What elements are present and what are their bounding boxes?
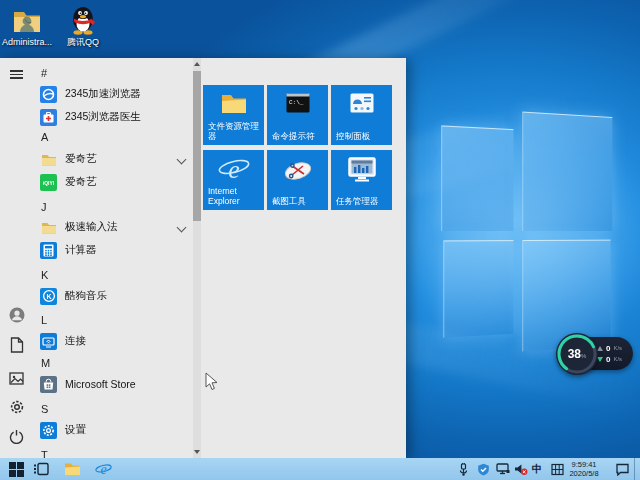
ethernet-icon (496, 463, 510, 475)
app-item-2345-doctor[interactable]: 2345浏览器医生 (40, 106, 188, 128)
calculator-icon (40, 242, 57, 259)
power-icon (9, 429, 24, 444)
speaker-muted-icon (514, 463, 528, 476)
tile-label: 截图工具 (272, 197, 325, 207)
section-header[interactable]: S (41, 401, 171, 417)
network-tray-icon[interactable] (495, 458, 511, 480)
speed-monitor-widget[interactable]: 0 K/s 0 K/s 38% (554, 332, 636, 376)
account-button[interactable] (8, 306, 25, 323)
start-menu-rail (0, 58, 33, 458)
task-view-button[interactable] (31, 458, 51, 480)
volume-tray-icon[interactable] (513, 458, 529, 480)
user-icon (9, 307, 25, 323)
app-item-connect[interactable]: 连接 (40, 330, 188, 352)
folder-icon (64, 462, 81, 476)
app-label: 设置 (65, 423, 86, 437)
control-panel-icon (331, 93, 392, 113)
usage-percent: 38% (568, 347, 587, 361)
app-label: 连接 (65, 334, 86, 348)
chevron-down-icon (177, 223, 187, 233)
app-item-iqiyi[interactable]: iQIYI 爱奇艺 (40, 171, 188, 193)
section-header[interactable]: # (41, 65, 171, 81)
taskbar: e (0, 458, 640, 480)
action-center-button[interactable] (612, 458, 632, 480)
ie-icon: e (95, 461, 112, 477)
section-header[interactable]: L (41, 312, 171, 328)
app-item-kugou[interactable]: K 酷狗音乐 (40, 285, 188, 307)
app-label: 极速输入法 (65, 220, 118, 234)
tile-internet-explorer[interactable]: e Internet Explorer (203, 150, 264, 210)
tile-control-panel[interactable]: 控制面板 (331, 85, 392, 145)
scroll-down-icon[interactable] (194, 450, 200, 454)
upload-value: 0 (606, 344, 610, 353)
settings-button[interactable] (8, 398, 25, 415)
scrollbar-thumb[interactable] (193, 71, 201, 221)
tile-snipping-tool[interactable]: 截图工具 (267, 150, 328, 210)
start-button[interactable] (6, 458, 26, 480)
task-manager-icon (331, 157, 392, 183)
taskbar-clock[interactable]: 9:59:41 2020/5/8 (561, 460, 607, 478)
folder-icon (40, 219, 57, 236)
logo-pane (522, 112, 612, 231)
tile-task-manager[interactable]: 任务管理器 (331, 150, 392, 210)
section-header[interactable]: K (41, 267, 171, 283)
clock-date: 2020/5/8 (561, 469, 607, 478)
gear-icon (9, 399, 25, 415)
document-icon (10, 337, 24, 353)
file-explorer-taskbar-button[interactable] (62, 458, 82, 480)
ime-language-indicator[interactable]: 中 (530, 458, 544, 480)
ie-letter: e (228, 155, 240, 184)
tile-label: 文件资源管理器 (208, 122, 261, 141)
app-item-calculator[interactable]: 计算器 (40, 239, 188, 261)
clock-time: 9:59:41 (561, 460, 607, 469)
scroll-up-icon[interactable] (194, 62, 200, 66)
section-header[interactable]: M (41, 355, 171, 371)
app-item-2345-browser[interactable]: 2345加速浏览器 (40, 83, 188, 105)
iqiyi-icon: iQIYI (40, 174, 57, 191)
browser-2345-icon (40, 86, 57, 103)
app-item-microsoft-store[interactable]: Microsoft Store (40, 373, 188, 395)
section-header[interactable]: T (41, 447, 171, 458)
folder-icon (40, 151, 57, 168)
tile-file-explorer[interactable]: 文件资源管理器 (203, 85, 264, 145)
upload-unit: K/s (613, 345, 622, 351)
desktop-icon-label: 腾讯QQ (67, 37, 99, 47)
app-label: 酷狗音乐 (65, 289, 107, 303)
download-value: 0 (606, 355, 610, 364)
section-header[interactable]: J (41, 199, 171, 215)
pictures-button[interactable] (8, 370, 25, 387)
app-label: 2345加速浏览器 (65, 87, 141, 101)
usage-percent-value: 38 (568, 347, 581, 361)
tile-command-prompt[interactable]: C:\_ 命令提示符 (267, 85, 328, 145)
app-label: 爱奇艺 (65, 152, 97, 166)
tile-label: 命令提示符 (272, 132, 325, 142)
internet-explorer-taskbar-button[interactable]: e (93, 458, 113, 480)
documents-button[interactable] (8, 336, 25, 353)
internet-explorer-icon: e (203, 154, 264, 184)
desktop-icon-user-folder[interactable]: Administra... (2, 6, 52, 47)
chevron-down-icon (177, 155, 187, 165)
upload-speed-row: 0 K/s (597, 344, 622, 353)
download-unit: K/s (613, 356, 622, 362)
usage-percent-unit: % (581, 353, 586, 359)
tile-label: 控制面板 (336, 132, 389, 142)
tile-label: Internet Explorer (208, 187, 261, 206)
desktop-icon-qq[interactable]: 腾讯QQ (58, 6, 108, 47)
app-group-jisu-ime[interactable]: 极速输入法 (40, 216, 188, 238)
menu-hamburger-button[interactable] (8, 66, 25, 83)
logo-pane (443, 240, 513, 337)
app-list-scrollbar[interactable] (193, 58, 201, 458)
qq-penguin-icon (68, 6, 98, 36)
app-item-settings[interactable]: 设置 (40, 419, 188, 441)
show-desktop-button[interactable] (634, 458, 640, 480)
security-shield-tray-icon[interactable] (476, 458, 490, 480)
section-header[interactable]: A (41, 129, 171, 145)
screen: Administra... 腾讯QQ (0, 0, 640, 480)
app-group-iqiyi[interactable]: 爱奇艺 (40, 148, 188, 170)
snipping-tool-icon (267, 160, 328, 182)
usb-tray-icon[interactable] (456, 458, 470, 480)
file-explorer-icon (203, 93, 264, 114)
kugou-music-icon: K (40, 288, 57, 305)
power-button[interactable] (8, 428, 25, 445)
windows-logo-wallpaper (437, 100, 615, 362)
